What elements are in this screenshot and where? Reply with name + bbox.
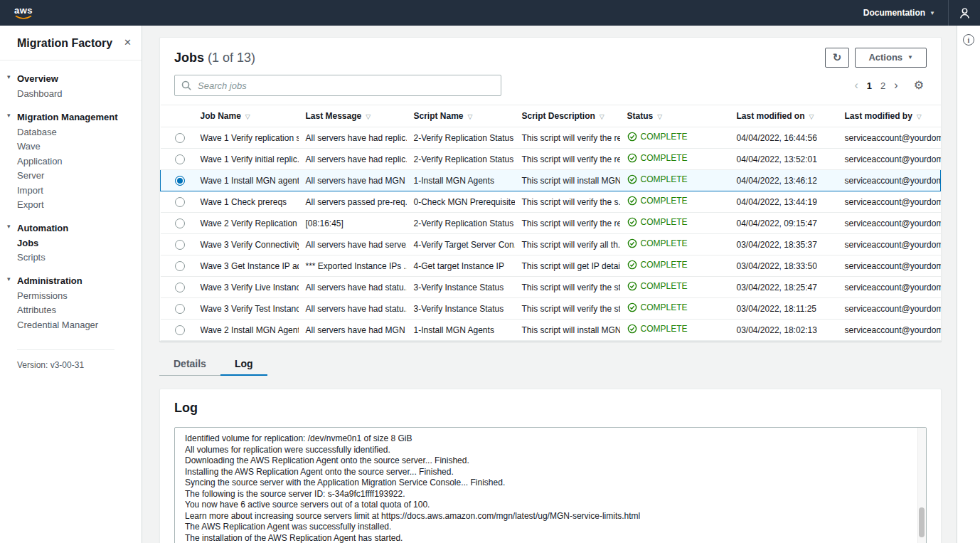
- nav-section-header[interactable]: ▾Migration Management: [17, 112, 132, 122]
- status-badge: COMPLETE: [627, 174, 688, 184]
- tab-log[interactable]: Log: [220, 352, 267, 376]
- cell-script-name: 0-Check MGN Prerequisites: [414, 197, 515, 207]
- side-nav-divider: [17, 349, 114, 350]
- search-icon: [181, 80, 191, 93]
- filter-icon[interactable]: ▽: [366, 113, 371, 120]
- row-radio[interactable]: [175, 176, 185, 186]
- nav-section-header[interactable]: ▾Administration: [17, 275, 132, 286]
- pagination-prev-icon[interactable]: ‹: [851, 78, 863, 93]
- sidebar-item-jobs[interactable]: Jobs: [17, 236, 38, 251]
- row-radio[interactable]: [175, 240, 185, 250]
- log-panel: Log Identified volume for replication: /…: [159, 389, 942, 543]
- cell-script-description: This script will verify the re...: [522, 154, 620, 164]
- pagination-next-icon[interactable]: ›: [890, 78, 902, 93]
- filter-icon[interactable]: ▽: [917, 113, 922, 120]
- row-radio[interactable]: [175, 197, 185, 207]
- cell-script-name: 3-Verify Instance Status: [414, 304, 504, 314]
- table-row[interactable]: Wave 1 Verify initial replic...All serve…: [161, 149, 941, 170]
- filter-icon[interactable]: ▽: [468, 113, 473, 120]
- table-row[interactable]: Wave 3 Verify ConnectivityAll servers ha…: [161, 234, 941, 255]
- sidebar-item-server[interactable]: Server: [17, 169, 44, 184]
- row-radio[interactable]: [175, 154, 185, 164]
- sidebar-item-dashboard[interactable]: Dashboard: [17, 87, 63, 102]
- table-row[interactable]: Wave 1 Install MGN agentsAll servers hav…: [161, 170, 941, 191]
- cell-job-name: Wave 3 Verify Test Instances: [201, 304, 299, 314]
- cell-script-description: This script will install MGN...: [522, 176, 620, 186]
- cell-last-modified-by: serviceaccount@yourdom...: [845, 240, 941, 250]
- log-scrollbar-track[interactable]: [917, 428, 926, 543]
- info-icon[interactable]: i: [963, 34, 974, 46]
- column-header-script-name[interactable]: Script Name▽: [407, 105, 515, 127]
- documentation-menu[interactable]: Documentation ▼: [851, 0, 948, 26]
- filter-icon[interactable]: ▽: [657, 113, 662, 120]
- log-scrollbar-thumb[interactable]: [919, 507, 925, 537]
- cell-script-name: 2-Verify Replication Status: [414, 133, 514, 143]
- status-badge: COMPLETE: [627, 281, 688, 291]
- cell-last-modified-on: 03/04/2022, 18:35:37: [737, 240, 817, 250]
- search-input[interactable]: [174, 75, 501, 96]
- check-circle-icon: [627, 153, 637, 163]
- table-row[interactable]: Wave 1 Check prereqsAll servers passed p…: [161, 191, 941, 213]
- row-radio[interactable]: [175, 218, 185, 228]
- sidebar-item-wave[interactable]: Wave: [17, 139, 41, 154]
- table-row[interactable]: Wave 2 Verify Replication ...[08:16:45]2…: [161, 213, 941, 234]
- nav-section-label: Overview: [17, 73, 58, 84]
- sidebar-item-application[interactable]: Application: [17, 154, 63, 169]
- sidebar-item-permissions[interactable]: Permissions: [17, 289, 68, 304]
- row-radio[interactable]: [175, 283, 185, 292]
- cell-script-name: 4-Get target Instance IP: [414, 261, 504, 271]
- filter-icon[interactable]: ▽: [600, 113, 604, 120]
- close-icon[interactable]: ✕: [124, 37, 132, 48]
- filter-icon[interactable]: ▽: [245, 113, 250, 120]
- cell-last-modified-on: 04/04/2022, 09:15:47: [737, 218, 817, 228]
- log-title: Log: [174, 401, 927, 416]
- actions-button[interactable]: Actions ▼: [855, 48, 927, 68]
- table-row[interactable]: Wave 3 Verify Live InstancesAll servers …: [161, 277, 941, 298]
- status-badge: COMPLETE: [627, 217, 688, 227]
- sidebar-item-export[interactable]: Export: [17, 198, 44, 213]
- refresh-button[interactable]: ↻: [825, 48, 850, 68]
- nav-section-header[interactable]: ▾Overview: [17, 73, 132, 84]
- column-header-job-name[interactable]: Job Name▽: [193, 105, 299, 127]
- cell-last-modified-by: serviceaccount@yourdom...: [845, 218, 941, 228]
- nav-section-header[interactable]: ▾Automation: [17, 223, 132, 233]
- sidebar-item-database[interactable]: Database: [17, 125, 57, 140]
- log-line: The installation of the AWS Replication …: [185, 533, 909, 543]
- pagination-page-2[interactable]: 2: [876, 80, 890, 91]
- table-preferences-gear-icon[interactable]: ⚙: [905, 78, 927, 93]
- user-icon: [959, 7, 971, 19]
- filter-icon[interactable]: ▽: [809, 113, 814, 120]
- row-radio[interactable]: [175, 304, 185, 314]
- row-radio[interactable]: [175, 325, 185, 335]
- aws-logo[interactable]: aws: [11, 6, 36, 20]
- row-radio[interactable]: [175, 133, 185, 143]
- sidebar-item-import[interactable]: Import: [17, 184, 43, 199]
- column-header-script-description[interactable]: Script Description▽: [515, 105, 620, 127]
- row-radio[interactable]: [175, 261, 185, 271]
- cell-script-description: This script will verify all th...: [522, 240, 620, 250]
- table-row[interactable]: Wave 2 Install MGN AgentsAll servers hav…: [161, 320, 941, 341]
- sidebar-item-credential-manager[interactable]: Credential Manager: [17, 318, 98, 333]
- table-row[interactable]: Wave 1 Verify replication s...All server…: [161, 127, 941, 149]
- cell-job-name: Wave 2 Install MGN Agents: [201, 325, 299, 335]
- chevron-down-icon: ▼: [907, 51, 913, 64]
- sidebar-item-scripts[interactable]: Scripts: [17, 251, 46, 265]
- column-header-last-modified-on[interactable]: Last modified on▽: [730, 105, 838, 127]
- cell-last-modified-by: serviceaccount@yourdom...: [845, 176, 941, 186]
- cell-last-modified-on: 03/04/2022, 18:11:25: [737, 304, 817, 314]
- side-nav-title: Migration Factory: [17, 37, 112, 50]
- column-header-last-message[interactable]: Last Message▽: [299, 105, 407, 127]
- column-header-status[interactable]: Status▽: [620, 105, 730, 127]
- table-row[interactable]: Wave 3 Get Instance IP ad...*** Exported…: [161, 255, 941, 277]
- cell-script-description: This script will verify the st...: [522, 283, 620, 292]
- section-caret-icon: ▾: [7, 73, 11, 80]
- tab-details[interactable]: Details: [159, 352, 220, 376]
- log-output[interactable]: Identified volume for replication: /dev/…: [174, 427, 927, 543]
- pagination-page-1[interactable]: 1: [863, 80, 876, 91]
- tools-panel-rail: i: [957, 26, 980, 543]
- user-menu-button[interactable]: [949, 0, 980, 26]
- table-row[interactable]: Wave 3 Verify Test InstancesAll servers …: [161, 298, 941, 320]
- sidebar-item-attributes[interactable]: Attributes: [17, 303, 56, 318]
- column-header-last-modified-by[interactable]: Last modified by▽: [838, 105, 941, 127]
- nav-section-label: Migration Management: [17, 112, 118, 122]
